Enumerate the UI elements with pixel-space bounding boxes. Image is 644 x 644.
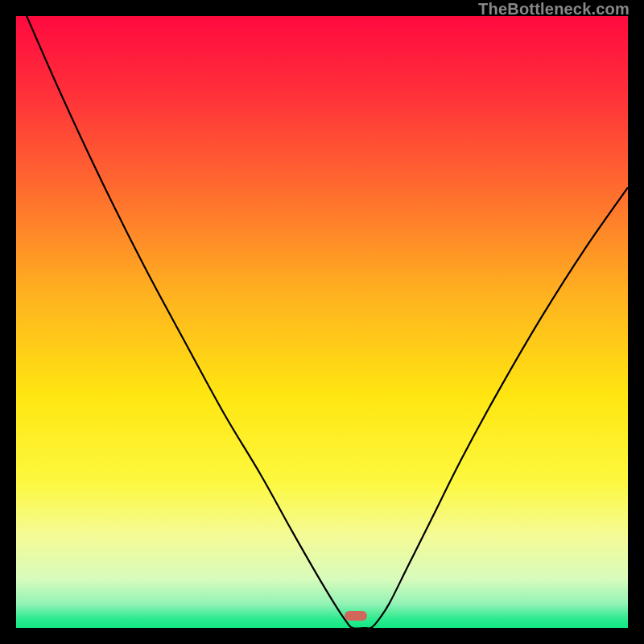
bottleneck-curve	[16, 16, 628, 628]
optimal-marker	[345, 611, 367, 621]
plot-area	[16, 16, 628, 628]
